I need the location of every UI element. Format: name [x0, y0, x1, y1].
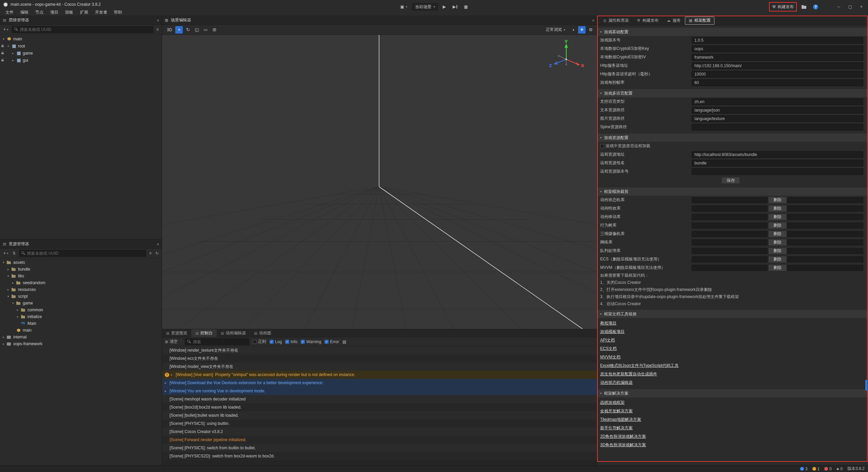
doc-link[interactable]: MVVM文档	[600, 353, 620, 361]
hierarchy-node[interactable]: main	[0, 35, 162, 42]
assets-search[interactable]	[19, 250, 146, 257]
maximize-button[interactable]: ▢	[846, 3, 855, 11]
scene-viewport[interactable]: Y X Z	[162, 35, 597, 329]
regex-checkbox[interactable]: 正则	[253, 339, 266, 345]
property-input[interactable]	[692, 54, 863, 61]
property-input[interactable]	[692, 71, 863, 78]
build-button[interactable]: ⚒ 构建发布	[770, 3, 796, 11]
delete-module-button[interactable]: 删除	[768, 222, 787, 229]
delete-module-button[interactable]: 删除	[768, 248, 787, 254]
log-row[interactable]: ▸ [Window] [Vue warn]: Property "onInput…	[162, 371, 597, 379]
log-row[interactable]: ▸ [Window] You are running Vue in develo…	[162, 387, 597, 395]
property-input[interactable]	[692, 37, 863, 44]
asset-node[interactable]: seedrandom	[0, 279, 162, 286]
log-row[interactable]: [Scene] Forward render pipeline initiali…	[162, 436, 597, 444]
tree-arrow-icon[interactable]	[12, 52, 16, 55]
hierarchy-search-input[interactable]	[20, 27, 151, 32]
menu-item[interactable]: 项目	[47, 9, 62, 16]
doc-link[interactable]: ECS文档	[600, 345, 617, 353]
asset-node[interactable]: libs	[0, 273, 162, 279]
doc-link[interactable]: 教程项目	[600, 319, 616, 328]
tree-arrow-icon[interactable]	[12, 281, 16, 284]
remote-load-checkbox[interactable]: 游戏中资源是否远程加载	[600, 143, 650, 149]
delete-module-button[interactable]: 删除	[768, 205, 787, 212]
doc-link[interactable]: Excel格式转Json文件与TypeScript代码工具	[600, 361, 678, 370]
asset-node[interactable]: bundle	[0, 266, 162, 273]
project-folder-button[interactable]	[800, 3, 808, 11]
doc-link[interactable]: 动画状态机编辑器	[600, 378, 633, 387]
asset-node[interactable]: resources	[0, 286, 162, 293]
tree-arrow-icon[interactable]	[3, 335, 7, 339]
tree-arrow-icon[interactable]	[3, 261, 7, 264]
scene-light-button[interactable]: ☀	[578, 26, 586, 34]
property-input[interactable]	[692, 151, 863, 158]
asset-node[interactable]: assets	[0, 259, 162, 266]
expand-chevron-icon[interactable]: ▸	[165, 381, 170, 385]
lock-icon[interactable]	[1, 53, 4, 54]
delete-module-button[interactable]: 删除	[768, 214, 787, 220]
lock-icon[interactable]	[1, 60, 4, 61]
layout-grid-button[interactable]: ▦	[462, 3, 470, 11]
section-solutions[interactable]: ▾ 框架解决方案	[597, 389, 868, 397]
menu-item[interactable]: 帮助	[111, 9, 125, 16]
hierarchy-node[interactable]: game	[0, 50, 162, 57]
menu-item[interactable]: 开发者	[92, 9, 111, 16]
menu-item[interactable]: 节点	[32, 9, 47, 16]
log-row[interactable]: [Window] ecs文件夹不存在	[162, 354, 597, 362]
console-tab[interactable]: ▤ 资源预览	[162, 329, 191, 337]
delete-module-button[interactable]: 删除	[768, 231, 787, 237]
tree-arrow-icon[interactable]	[12, 59, 16, 62]
property-input[interactable]	[692, 62, 863, 69]
collapse-logs-button[interactable]: ▤	[342, 339, 346, 344]
log-row[interactable]: [Scene] [bullet]:bullet wasm lib loaded.	[162, 411, 597, 419]
section-resource-config[interactable]: ▾ 游戏资源配置	[597, 134, 868, 142]
log-filter-checkbox[interactable]: Log	[270, 339, 282, 344]
minimize-button[interactable]: ─	[834, 3, 843, 11]
tree-arrow-icon[interactable]	[7, 274, 12, 278]
asset-node[interactable]: internal	[0, 334, 162, 340]
tree-arrow-icon[interactable]	[12, 301, 16, 305]
log-row[interactable]: [Scene] meshopt wasm decoder initialized	[162, 395, 597, 403]
play-button[interactable]: ▶	[441, 3, 448, 11]
solution-link[interactable]: 战棋游戏框架	[600, 398, 625, 407]
hierarchy-node[interactable]: root	[0, 42, 162, 50]
log-filter-checkbox[interactable]: Info	[285, 339, 297, 344]
log-row[interactable]: [Scene] [box2d]:box2d wasm lib loaded.	[162, 403, 597, 411]
tree-arrow-icon[interactable]	[17, 308, 21, 312]
asset-node[interactable]: script	[0, 293, 162, 300]
console-tab[interactable]: ▤ 动画图	[250, 329, 275, 337]
expand-chevron-icon[interactable]: ▸	[171, 373, 176, 376]
panel-menu-icon[interactable]: ≡	[157, 18, 159, 22]
property-input[interactable]	[692, 124, 863, 131]
log-row[interactable]: [Scene] [PHYSICS]: switch from builtin t…	[162, 444, 597, 452]
tree-arrow-icon[interactable]	[7, 268, 12, 271]
delete-module-button[interactable]: 删除	[768, 264, 787, 271]
step-button[interactable]: ▶	[451, 3, 459, 11]
section-basic-config[interactable]: ▾ 游戏基础配置	[597, 28, 868, 36]
log-row[interactable]: ▸ [Window] Download the Vue Devtools ext…	[162, 379, 597, 387]
close-button[interactable]: ×	[857, 3, 865, 11]
create-node-button[interactable]: + ▾	[2, 27, 9, 32]
property-input[interactable]	[692, 45, 863, 52]
panel-menu-icon[interactable]: ≡	[157, 242, 159, 246]
log-filter-checkbox[interactable]: Error	[324, 339, 339, 344]
section-module-trim[interactable]: ▾ 框架模块裁剪	[597, 188, 868, 196]
tree-arrow-icon[interactable]	[3, 37, 7, 41]
property-input[interactable]	[692, 79, 863, 86]
tree-arrow-icon[interactable]	[17, 315, 21, 318]
mode-3d-button[interactable]: 3D	[165, 27, 174, 32]
delete-module-button[interactable]: 删除	[768, 239, 787, 246]
property-input[interactable]	[692, 115, 863, 122]
asset-node[interactable]: oops-framework	[0, 340, 162, 347]
tool-snap-button[interactable]: ⊞	[211, 26, 218, 34]
doc-link[interactable]: 游戏模板项目	[600, 328, 625, 336]
property-input[interactable]	[692, 160, 863, 166]
expand-chevron-icon[interactable]: ▸	[165, 389, 170, 393]
asset-node[interactable]: Main	[0, 320, 162, 327]
status-warning-count[interactable]: 1	[812, 467, 820, 471]
asset-node[interactable]: common	[0, 307, 162, 313]
log-row[interactable]: [Window] model_view文件夹不存在	[162, 362, 597, 371]
tool-scale-button[interactable]: ◱	[193, 26, 200, 34]
log-row[interactable]: [Window] render_texture文件夹不存在	[162, 346, 597, 354]
inspector-tab[interactable]: ▦ 框架配置	[685, 17, 714, 25]
